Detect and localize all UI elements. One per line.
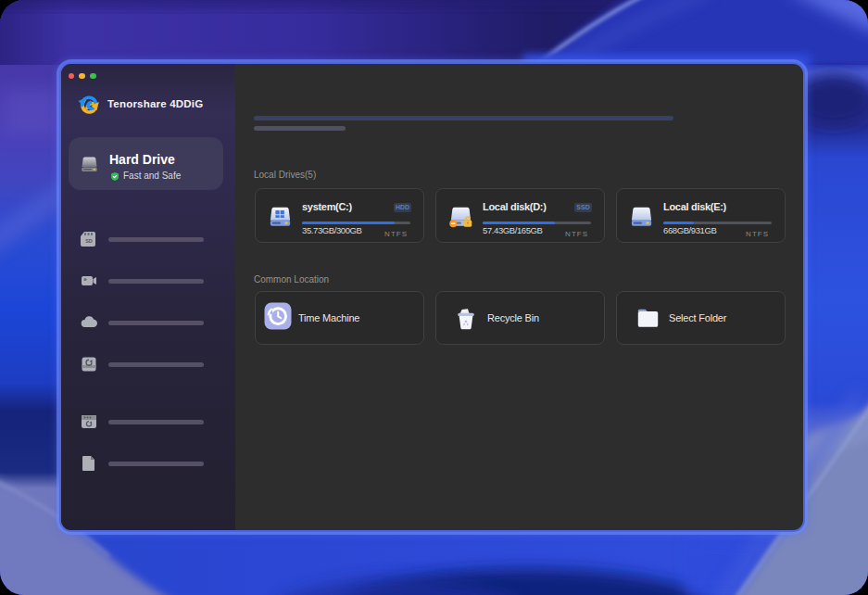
svg-text:SD: SD	[85, 238, 93, 244]
